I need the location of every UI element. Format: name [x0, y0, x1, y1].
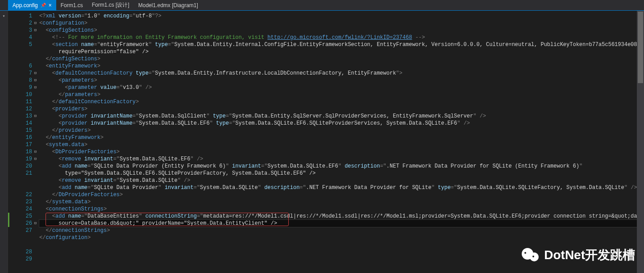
code-line[interactable]: <section name="entityFramework" type="Sy…: [39, 41, 644, 48]
tab-label: App.config: [12, 2, 38, 8]
tab-form1-cs[interactable]: Form1.cs: [56, 0, 87, 10]
code-line[interactable]: <add name="SQLite Data Provider" invaria…: [39, 184, 644, 191]
code-line[interactable]: source=DataBase.db&quot;" providerName="…: [39, 220, 644, 227]
close-icon[interactable]: ×: [49, 2, 52, 8]
code-line[interactable]: <providers>: [39, 105, 644, 113]
code-line[interactable]: </providers>: [39, 127, 644, 134]
code-line[interactable]: <remove invariant="System.Data.SQLite" /…: [39, 177, 644, 184]
code-line[interactable]: <system.data>: [39, 141, 644, 148]
code-editor[interactable]: <?xml version="1.0" encoding="utf-8"?><c…: [34, 11, 644, 273]
code-line[interactable]: <add name="SQLite Data Provider (Entity …: [39, 163, 644, 170]
scrollbar-thumb[interactable]: [638, 12, 643, 83]
tab-model1-edmx[interactable]: Model1.edmx [Diagram1]: [134, 0, 203, 10]
wechat-icon: [522, 246, 540, 264]
code-line[interactable]: <configuration>: [39, 20, 644, 27]
editor-area: ▾ 1 2⊟ 3⊟ 4 5 6 7⊟ 8⊟ 9⊟ 10 11 12 13⊟ 14…: [0, 11, 644, 273]
tab-label: Form1.cs [设计]: [92, 1, 129, 9]
code-line[interactable]: <remove invariant="System.Data.SQLite.EF…: [39, 155, 644, 163]
tab-form1-design[interactable]: Form1.cs [设计]: [87, 0, 134, 10]
code-line[interactable]: </entityFramework>: [39, 134, 644, 141]
change-marker: [8, 213, 9, 227]
code-line[interactable]: </DbProviderFactories>: [39, 191, 644, 198]
code-line[interactable]: <provider invariantName="System.Data.SQL…: [39, 120, 644, 127]
dropdown-icon[interactable]: ▾: [2, 13, 5, 19]
pin-icon[interactable]: 📌: [41, 3, 46, 8]
left-margin: ▾: [0, 11, 8, 273]
tab-app-config[interactable]: App.config 📌 ×: [8, 0, 56, 10]
line-gutter: 1 2⊟ 3⊟ 4 5 6 7⊟ 8⊟ 9⊟ 10 11 12 13⊟ 14 1…: [8, 11, 34, 273]
tab-bar: App.config 📌 × Form1.cs Form1.cs [设计] Mo…: [0, 0, 644, 11]
code-line[interactable]: <DbProviderFactories>: [39, 148, 644, 155]
code-line[interactable]: <?xml version="1.0" encoding="utf-8"?>: [39, 13, 644, 20]
code-line[interactable]: </parameters>: [39, 91, 644, 98]
code-line[interactable]: type="System.Data.SQLite.EF6.SQLiteProvi…: [39, 170, 644, 177]
code-line[interactable]: </configuration>: [39, 234, 644, 241]
code-line[interactable]: <!-- For more information on Entity Fram…: [39, 34, 644, 41]
code-line[interactable]: <add name="DataBaseEntities" connectionS…: [39, 213, 644, 220]
code-line[interactable]: <connectionStrings>: [39, 206, 644, 213]
tab-label: Form1.cs: [61, 2, 83, 8]
code-line[interactable]: <parameter value="v13.0" />: [39, 84, 644, 91]
code-line[interactable]: <entityFramework>: [39, 63, 644, 70]
watermark-text: DotNet开发跳槽: [544, 247, 635, 264]
code-line[interactable]: <configSections>: [39, 27, 644, 34]
code-line[interactable]: requirePermission="false" />: [39, 48, 644, 55]
code-line[interactable]: </defaultConnectionFactory>: [39, 98, 644, 105]
code-line[interactable]: </connectionStrings>: [39, 227, 644, 234]
tab-label: Model1.edmx [Diagram1]: [138, 2, 198, 8]
code-line[interactable]: </configSections>: [39, 55, 644, 63]
code-line[interactable]: <provider invariantName="System.Data.Sql…: [39, 113, 644, 120]
code-line[interactable]: <parameters>: [39, 77, 644, 84]
code-line[interactable]: </system.data>: [39, 198, 644, 206]
watermark: DotNet开发跳槽: [522, 246, 635, 264]
code-line[interactable]: <defaultConnectionFactory type="System.D…: [39, 70, 644, 77]
vertical-scrollbar[interactable]: [637, 11, 644, 273]
